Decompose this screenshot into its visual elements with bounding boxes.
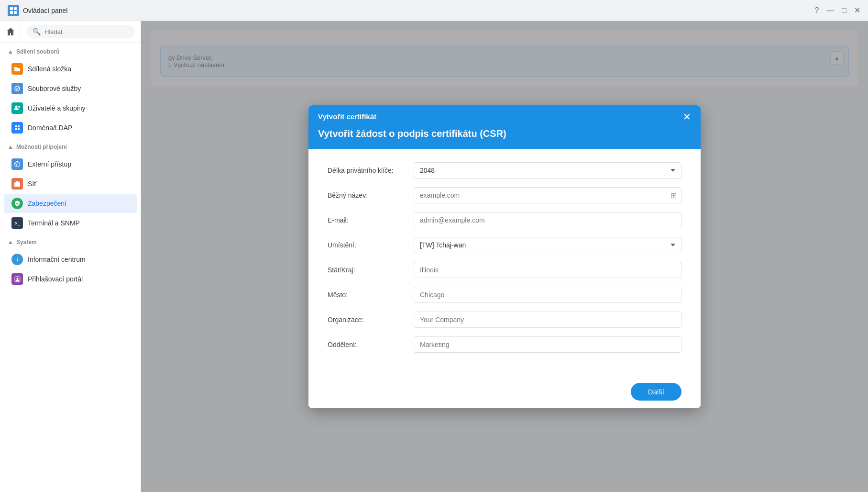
select-umisteni[interactable]: [TW] Tchaj-wan [US] United States [DE] G… [414, 237, 681, 253]
label-organizace: Organizace: [328, 316, 414, 324]
sidebar-item-informacni-centrum[interactable]: Informační centrum [4, 250, 137, 269]
modal-footer: Další [308, 375, 701, 408]
app-container: 🔍 ▲ Sdílení souborů Sdílená složka [0, 21, 868, 492]
svg-rect-10 [18, 128, 20, 130]
label-stat-kraj: Stát/Kraj: [328, 266, 414, 274]
svg-rect-1 [14, 7, 17, 10]
users-icon [11, 102, 23, 114]
external-access-icon [11, 158, 23, 170]
section-header-system[interactable]: ▲ Systém [8, 239, 133, 246]
label-oddeleni: Oddělení: [328, 341, 414, 348]
next-button[interactable]: Další [631, 383, 681, 401]
sidebar-items-moznosti: Externí přístup Síť Zabezpečení [0, 155, 141, 213]
section-header-sdileni[interactable]: ▲ Sdílení souborů [8, 48, 133, 55]
form-row-umisteni: Umístění: [TW] Tchaj-wan [US] United Sta… [328, 237, 681, 253]
svg-rect-8 [18, 125, 20, 127]
app-title: Ovládací panel [23, 7, 67, 14]
section-sdileni-souboru: ▲ Sdílení souborů [0, 43, 141, 59]
section-moznosti-pripojeni: ▲ Možnosti připojení [0, 138, 141, 154]
svg-rect-0 [10, 7, 13, 10]
sidebar-item-terminal-snmp[interactable]: >_ Terminál a SNMP [4, 213, 137, 233]
label-delka: Délka privátního klíče: [328, 167, 414, 174]
input-stat-kraj[interactable] [414, 262, 681, 278]
domain-icon [11, 122, 23, 134]
section-system: ▲ Systém [0, 233, 141, 249]
modal-overlay: Vytvořit certifikát ✕ Vytvořit žádost o … [141, 21, 868, 492]
chevron-down-icon-2: ▲ [8, 144, 13, 150]
sidebar-item-uzivatele-skupiny[interactable]: Uživatelé a skupiny [4, 99, 137, 118]
sidebar: 🔍 ▲ Sdílení souborů Sdílená složka [0, 21, 141, 492]
control-oddeleni [414, 336, 681, 353]
chevron-down-icon-3: ▲ [8, 239, 13, 246]
sidebar-item-domena-ldap[interactable]: Doména/LDAP [4, 118, 137, 137]
network-icon [11, 178, 23, 190]
help-button[interactable]: ? [814, 6, 819, 15]
chevron-down-icon: ▲ [8, 48, 13, 55]
modal-close-button[interactable]: ✕ [683, 112, 691, 122]
control-delka: 1024 2048 4096 [414, 162, 681, 179]
file-services-icon [11, 83, 23, 94]
input-bezny-nazev-wrapper: ⊞ [414, 187, 681, 203]
svg-point-6 [18, 106, 20, 108]
svg-rect-7 [15, 125, 17, 127]
sidebar-item-externi-pristup[interactable]: Externí přístup [4, 155, 137, 174]
sidebar-items-sdileni: Sdílená složka Souborové služby Uživatel… [0, 59, 141, 137]
svg-rect-2 [10, 11, 13, 14]
control-bezny-nazev: ⊞ [414, 187, 681, 203]
maximize-button[interactable]: □ [842, 6, 846, 15]
sidebar-item-sdilena-slozka[interactable]: Sdílená složka [4, 59, 137, 78]
sidebar-items-system: Informační centrum Přihlašovací portál [0, 250, 141, 289]
svg-rect-13 [17, 259, 18, 261]
label-email: E-mail: [328, 216, 414, 224]
terminal-icon: >_ [11, 217, 23, 229]
search-icon: 🔍 [33, 28, 41, 35]
close-window-button[interactable]: ✕ [854, 6, 860, 15]
sidebar-item-souborove-sluzby[interactable]: Souborové služby [4, 79, 137, 98]
label-bezny-nazev: Běžný název: [328, 191, 414, 199]
modal-body: Délka privátního klíče: 1024 2048 4096 B… [308, 149, 701, 375]
search-input[interactable] [44, 28, 129, 35]
folder-icon [11, 63, 23, 75]
input-mesto[interactable] [414, 287, 681, 303]
label-mesto: Město: [328, 291, 414, 299]
input-organizace[interactable] [414, 312, 681, 328]
control-stat-kraj [414, 262, 681, 278]
form-row-oddeleni: Oddělení: [328, 336, 681, 353]
svg-point-5 [15, 106, 18, 108]
control-email [414, 212, 681, 228]
svg-point-12 [17, 257, 18, 258]
sidebar-item-sit[interactable]: Síť [4, 174, 137, 193]
form-row-delka: Délka privátního klíče: 1024 2048 4096 [328, 162, 681, 179]
select-delka-privatniho-klice[interactable]: 1024 2048 4096 [414, 162, 681, 179]
label-umisteni: Umístění: [328, 241, 414, 249]
svg-rect-3 [14, 11, 17, 14]
form-row-stat-kraj: Stát/Kraj: [328, 262, 681, 278]
section-header-moznosti[interactable]: ▲ Možnosti připojení [8, 144, 133, 150]
form-row-email: E-mail: [328, 212, 681, 228]
svg-point-15 [16, 278, 18, 280]
login-portal-icon [11, 273, 23, 285]
svg-rect-9 [15, 128, 17, 130]
modal-subtitle: Vytvořit žádost o podpis certifikátu (CS… [318, 128, 506, 139]
form-row-bezny-nazev: Běžný název: ⊞ [328, 187, 681, 203]
security-icon [11, 198, 23, 209]
input-bezny-nazev[interactable] [414, 187, 681, 203]
minimize-button[interactable]: — [826, 6, 834, 15]
control-mesto [414, 287, 681, 303]
input-icon-bezny-nazev: ⊞ [670, 190, 677, 200]
modal-header-bar: Vytvořit certifikát ✕ [308, 105, 701, 128]
sidebar-item-zabezpeceni[interactable]: Zabezpečení [4, 194, 137, 213]
home-button[interactable] [0, 21, 21, 42]
input-oddeleni[interactable] [414, 336, 681, 353]
input-email[interactable] [414, 212, 681, 228]
window-controls: ? — □ ✕ [814, 6, 860, 15]
app-icon [8, 5, 19, 16]
sidebar-items-terminal: >_ Terminál a SNMP [0, 213, 141, 233]
info-icon [11, 254, 23, 265]
sidebar-item-prihlasovaci-portal[interactable]: Přihlašovací portál [4, 269, 137, 289]
control-umisteni: [TW] Tchaj-wan [US] United States [DE] G… [414, 237, 681, 253]
search-box[interactable]: 🔍 [27, 25, 135, 38]
modal-subtitle-bar: Vytvořit žádost o podpis certifikátu (CS… [308, 128, 701, 149]
sidebar-top: 🔍 [0, 21, 141, 43]
control-organizace [414, 312, 681, 328]
